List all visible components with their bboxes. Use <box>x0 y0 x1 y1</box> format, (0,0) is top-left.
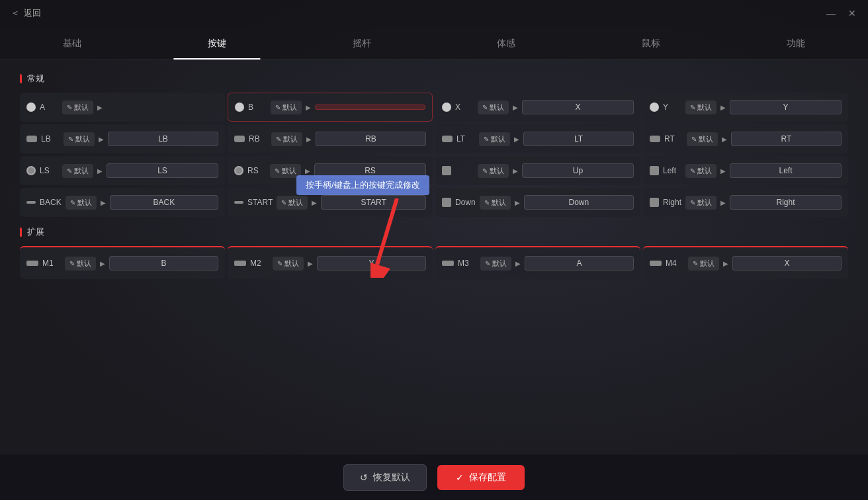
edit-RS[interactable]: ✎ 默认 <box>270 164 301 178</box>
edit-Left[interactable]: ✎ 默认 <box>685 164 716 178</box>
tab-keys[interactable]: 按键 <box>145 26 290 60</box>
normal-grid-row3: LS ✎ 默认 ▶ LS RS ✎ 默认 ▶ RS ✎ 默认 ▶ Up Left… <box>20 156 848 185</box>
normal-grid-row1: A ✎默认 ▶ B ✎默认 ▶ X ✎默认 ▶ X Y ✎默认 ▶ Y <box>20 93 848 122</box>
btn-row-Y: Y ✎默认 ▶ Y <box>643 93 848 122</box>
tab-mouse[interactable]: 鼠标 <box>579 26 724 60</box>
edit-START[interactable]: ✎ 默认 <box>277 196 308 210</box>
arrow-M1[interactable]: ▶ <box>100 260 105 267</box>
arrow-A[interactable]: ▶ <box>97 104 103 111</box>
tab-basic[interactable]: 基础 <box>0 26 145 60</box>
edit-LB[interactable]: ✎ 默认 <box>64 132 95 146</box>
nav-tabs: 基础 按键 摇杆 体感 鼠标 功能 <box>0 26 868 60</box>
close-button[interactable]: ✕ <box>847 8 857 19</box>
tab-func[interactable]: 功能 <box>723 26 868 60</box>
mapped-Up: Up <box>522 163 634 178</box>
edit-M1[interactable]: ✎ 默认 <box>65 257 96 271</box>
tab-haptic[interactable]: 体感 <box>434 26 579 60</box>
arrow-LB[interactable]: ▶ <box>99 136 104 143</box>
ext-grid: M1 ✎ 默认 ▶ B M2 ✎ 默认 ▶ Y M3 ✎ 默认 ▶ A M4 ✎… <box>20 246 848 279</box>
indicator-M4 <box>650 261 662 266</box>
arrow-RS[interactable]: ▶ <box>305 167 310 175</box>
btn-row-BACK: BACK ✎ 默认 ▶ BACK <box>20 188 225 217</box>
mapped-M1: B <box>109 256 218 271</box>
mapped-Y: Y <box>730 100 842 114</box>
arrow-Right[interactable]: ▶ <box>720 199 726 206</box>
mapped-LT: LT <box>523 132 634 146</box>
btn-row-M4: M4 ✎ 默认 ▶ X <box>643 246 848 279</box>
edit-RB[interactable]: ✎ 默认 <box>271 132 302 146</box>
indicator-LS <box>26 166 36 175</box>
edit-B[interactable]: ✎默认 <box>271 101 302 114</box>
edit-Up[interactable]: ✎ 默认 <box>478 164 509 178</box>
arrow-M3[interactable]: ▶ <box>515 260 521 267</box>
restore-button[interactable]: ↺ 恢复默认 <box>343 464 427 491</box>
indicator-RB <box>234 136 245 142</box>
indicator-A <box>26 103 36 112</box>
arrow-Left[interactable]: ▶ <box>720 167 726 175</box>
edit-M4[interactable]: ✎ 默认 <box>688 257 719 271</box>
label-Left: Left <box>663 166 681 175</box>
indicator-LT <box>442 136 453 142</box>
restore-icon: ↺ <box>360 472 368 483</box>
indicator-M2 <box>234 261 246 266</box>
btn-row-LB: LB ✎ 默认 ▶ LB <box>20 124 225 153</box>
indicator-LB <box>26 136 37 142</box>
btn-row-A: A ✎默认 ▶ <box>20 93 225 122</box>
normal-grid-row2: LB ✎ 默认 ▶ LB RB ✎ 默认 ▶ RB LT ✎ 默认 ▶ LT R… <box>20 124 848 153</box>
indicator-B <box>235 103 244 112</box>
edit-LS[interactable]: ✎ 默认 <box>62 164 93 178</box>
label-LS: LS <box>40 166 58 175</box>
edit-RT[interactable]: ✎ 默认 <box>687 132 718 146</box>
edit-X[interactable]: ✎默认 <box>478 101 509 114</box>
label-START: START <box>247 198 273 207</box>
btn-row-LT: LT ✎ 默认 ▶ LT <box>435 124 640 153</box>
mapped-Down: Down <box>524 195 634 210</box>
arrow-LT[interactable]: ▶ <box>514 136 519 143</box>
arrow-RT[interactable]: ▶ <box>722 136 727 143</box>
label-BACK: BACK <box>40 198 62 207</box>
arrow-M2[interactable]: ▶ <box>308 260 313 267</box>
mapped-B <box>315 104 425 110</box>
mapped-RB: RB <box>316 132 426 146</box>
tab-stick[interactable]: 摇杆 <box>289 26 434 60</box>
tooltip: 按手柄/键盘上的按键完成修改 <box>296 175 429 195</box>
indicator-Y <box>650 103 659 112</box>
mapped-BACK: BACK <box>110 195 218 210</box>
edit-Right[interactable]: ✎ 默认 <box>685 196 716 210</box>
edit-M2[interactable]: ✎ 默认 <box>273 257 304 271</box>
arrow-M4[interactable]: ▶ <box>723 260 728 267</box>
arrow-X[interactable]: ▶ <box>513 104 518 111</box>
btn-row-M1: M1 ✎ 默认 ▶ B <box>20 246 225 279</box>
back-button[interactable]: ＜ 返回 <box>11 7 41 19</box>
minimize-button[interactable]: — <box>826 8 836 19</box>
arrow-START[interactable]: ▶ <box>312 199 317 206</box>
indicator-M1 <box>26 261 38 266</box>
edit-LT[interactable]: ✎ 默认 <box>479 132 510 146</box>
btn-row-LS: LS ✎ 默认 ▶ LS <box>20 156 225 185</box>
label-A: A <box>40 103 58 112</box>
arrow-Up[interactable]: ▶ <box>513 167 518 175</box>
back-label: 返回 <box>24 7 41 19</box>
arrow-Y[interactable]: ▶ <box>720 104 726 111</box>
edit-M3[interactable]: ✎ 默认 <box>480 257 511 271</box>
edit-A[interactable]: ✎默认 <box>62 101 93 114</box>
label-Y: Y <box>663 103 681 112</box>
btn-row-Up: ✎ 默认 ▶ Up <box>435 156 640 185</box>
label-LB: LB <box>41 134 60 144</box>
indicator-RT <box>650 136 660 142</box>
arrow-BACK[interactable]: ▶ <box>101 199 106 206</box>
edit-Down[interactable]: ✎ 默认 <box>480 196 511 210</box>
indicator-Right <box>650 198 659 207</box>
arrow-B[interactable]: ▶ <box>306 104 311 111</box>
arrow-LS[interactable]: ▶ <box>97 167 103 175</box>
main-content: 按手柄/键盘上的按键完成修改 常规 A ✎默认 ▶ B ✎默认 ▶ <box>0 60 868 292</box>
btn-row-RB: RB ✎ 默认 ▶ RB <box>228 124 433 153</box>
edit-Y[interactable]: ✎默认 <box>685 101 716 114</box>
save-button[interactable]: ✓ 保存配置 <box>437 465 525 490</box>
arrow-Down[interactable]: ▶ <box>515 199 520 206</box>
mapped-START: START <box>321 195 426 210</box>
arrow-RB[interactable]: ▶ <box>306 136 312 143</box>
btn-row-M3: M3 ✎ 默认 ▶ A <box>435 246 640 279</box>
btn-row-Down: Down ✎ 默认 ▶ Down <box>435 188 640 217</box>
edit-BACK[interactable]: ✎ 默认 <box>65 196 97 210</box>
